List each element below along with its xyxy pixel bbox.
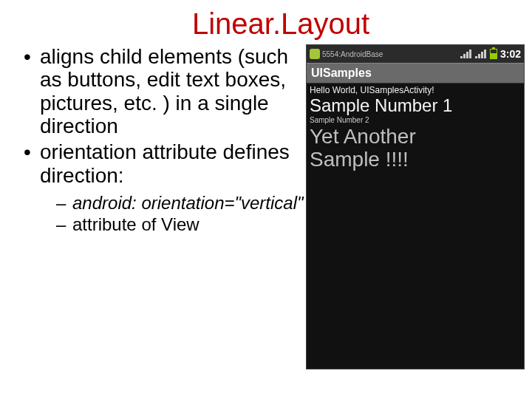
battery-icon — [490, 49, 497, 59]
status-bar: 5554:AndroidBase 3:02 — [307, 45, 524, 63]
slide: Linear.Layout aligns child elements (suc… — [0, 0, 532, 399]
signal-icon — [460, 50, 472, 58]
signal-icon — [475, 50, 487, 58]
sample-1-text: Sample Number 1 — [310, 97, 521, 115]
clock: 3:02 — [500, 48, 521, 60]
bullet-text: orientation attribute defines direction: — [40, 140, 290, 186]
sub-bullet-item: android: orientation="vertical" — [40, 193, 310, 214]
android-phone-mock: 5554:AndroidBase 3:02 UISamples Hello Wo… — [306, 44, 525, 369]
sample-2-text: Sample Number 2 — [310, 116, 521, 124]
hello-text: Hello World, UISamplesActivity! — [310, 85, 521, 95]
status-app-hint: 5554:AndroidBase — [310, 49, 383, 59]
slide-title: Linear.Layout — [44, 7, 517, 41]
status-left: 5554:AndroidBase — [310, 49, 383, 59]
app-title-bar: UISamples — [307, 63, 524, 83]
status-app-text: 5554:AndroidBase — [322, 50, 383, 58]
status-right: 3:02 — [460, 48, 521, 60]
android-icon — [310, 49, 320, 59]
app-body: Hello World, UISamplesActivity! Sample N… — [307, 83, 524, 172]
sub-bullet-list: android: orientation="vertical" attribut… — [40, 193, 310, 236]
sub-bullet-text: android: orientation="vertical" — [72, 193, 304, 213]
sample-3-text-line2: Sample !!!! — [310, 149, 521, 170]
bullet-item: aligns child elements (such as buttons, … — [19, 45, 310, 137]
sub-bullet-item: attribute of View — [40, 214, 310, 236]
text-column: aligns child elements (such as buttons, … — [15, 45, 310, 239]
bullet-item: orientation attribute defines direction:… — [19, 140, 310, 235]
bullet-list: aligns child elements (such as buttons, … — [19, 45, 310, 236]
sample-3-text-line1: Yet Another — [310, 126, 521, 147]
